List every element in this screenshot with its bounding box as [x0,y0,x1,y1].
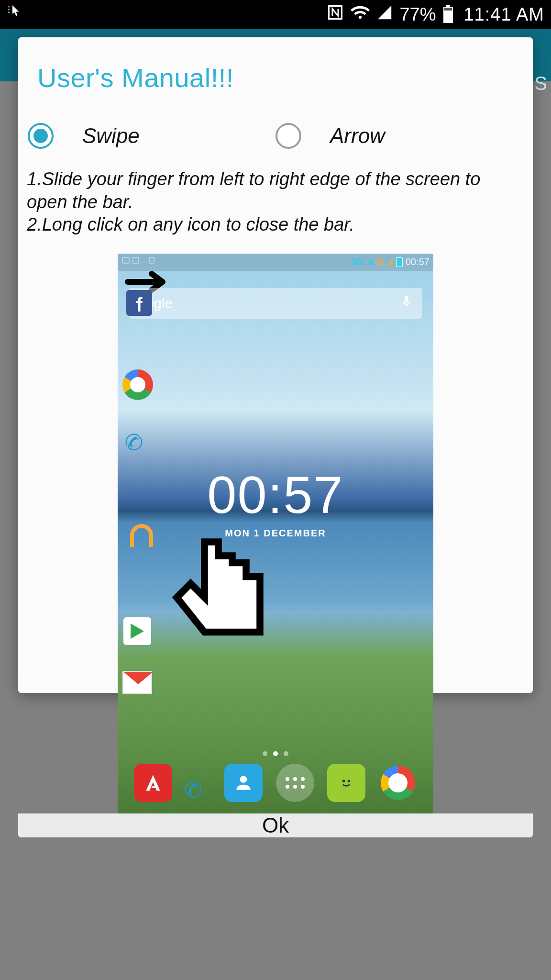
svg-rect-5 [446,5,450,7]
illustration-status-bar: 3G G 00:57 [118,254,433,271]
svg-rect-9 [149,257,154,263]
sidebar-playstore-icon [123,617,151,645]
background-char: S [534,73,547,94]
page-indicator-dots [118,751,433,756]
svg-point-0 [8,6,10,8]
svg-point-1 [8,9,10,11]
illustration-container: 3G G 00:57 oogle f ✆ [18,241,533,813]
dialog-title: User's Manual!!! [18,37,533,110]
sidebar-chrome-icon [121,368,154,401]
nfc-icon [327,4,344,25]
radio-swipe[interactable]: Swipe [28,123,276,149]
radio-swipe-label: Swipe [82,124,140,148]
radio-arrow-indicator [276,123,301,149]
ok-button[interactable]: Ok [18,813,533,837]
svg-rect-8 [133,257,139,263]
svg-point-2 [8,11,10,13]
illustration-3g-label: 3G [351,256,364,267]
illustration-search-bar: oogle [129,288,422,319]
illustration-clock-time: 00:57 [118,464,433,525]
radio-arrow[interactable]: Arrow [276,123,523,149]
dock-contacts-icon [224,764,263,802]
status-bar: 77% 11:41 AM [0,0,551,29]
svg-point-12 [348,780,351,782]
svg-rect-6 [444,8,452,11]
dock-adobe-icon [134,764,172,802]
radio-swipe-indicator [28,123,54,149]
illustration-battery-icon [396,257,403,267]
hand-cursor-icon [156,519,295,662]
radio-arrow-label: Arrow [330,124,385,148]
illustration-status-left [121,256,160,267]
facebook-app-icon: f [126,290,152,316]
notification-pointer-icon [7,4,24,25]
wifi-icon [351,3,370,26]
microphone-icon [400,295,413,312]
status-time: 11:41 AM [463,4,544,25]
sidebar-gmail-icon [122,671,152,694]
dock-messaging-icon [327,764,365,802]
sidebar-phone-icon: ✆ [121,427,153,459]
cellular-signal-icon [376,4,393,25]
dock-chrome-icon [379,764,417,802]
dock-apps-icon [276,764,314,802]
illustration: 3G G 00:57 oogle f ✆ [118,254,433,813]
dock-phone-icon: ✆ [182,775,212,805]
instructions-text: 1.Slide your finger from left to right e… [18,154,533,241]
illustration-g-label: G [376,256,384,267]
mode-radio-group: Swipe Arrow [18,110,533,154]
svg-point-10 [240,776,247,783]
svg-rect-7 [122,257,129,263]
illustration-dock: ✆ [118,764,433,802]
battery-percent: 77% [399,4,436,25]
svg-point-11 [342,780,345,782]
battery-icon [442,5,454,24]
illustration-status-time: 00:57 [406,256,430,267]
users-manual-dialog: User's Manual!!! Swipe Arrow 1.Slide you… [18,37,533,693]
